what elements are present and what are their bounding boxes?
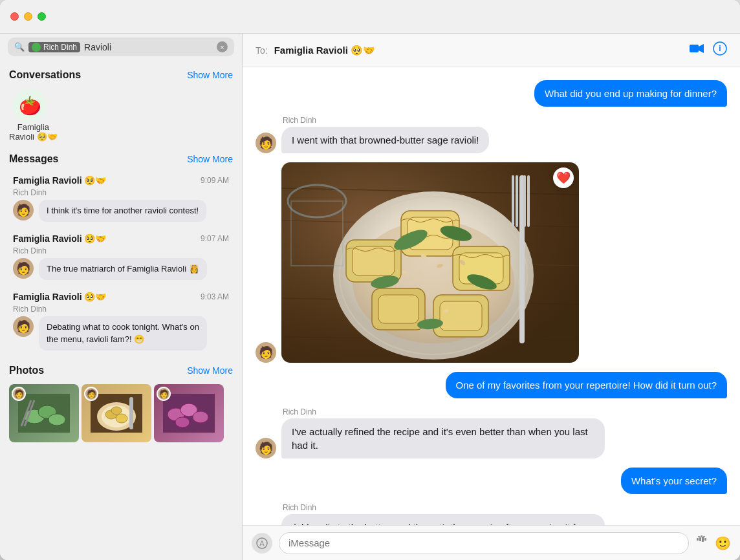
reaction-heart: ❤️ [553, 167, 574, 188]
msg-avatar-1: 🧑 [13, 258, 34, 279]
chat-header-to: To: [256, 45, 268, 56]
conversation-item-famiglia[interactable]: 🍅 Famiglia Ravioli 🥺🤝 [0, 85, 242, 145]
maximize-button[interactable] [38, 12, 46, 21]
traffic-lights [10, 12, 46, 21]
close-button[interactable] [10, 12, 19, 21]
photo-visual-0 [18, 394, 70, 433]
message-bubble-1: I went with that browned-butter sage rav… [281, 127, 489, 153]
svg-text:A: A [259, 539, 265, 547]
svg-point-16 [193, 411, 208, 423]
audio-icon [695, 535, 708, 548]
info-button[interactable]: i [713, 41, 727, 59]
search-bar[interactable]: 🔍 Rich Dinh Ravioli × [8, 38, 234, 56]
photos-header: Photos Show More [0, 357, 242, 380]
chat-avatar-4: 🧑 [256, 438, 276, 458]
chat-messages: What did you end up making for dinner? 🧑… [243, 67, 740, 525]
messages-show-more[interactable]: Show More [187, 154, 233, 164]
message-input[interactable] [279, 532, 689, 554]
chat-avatar-1: 🧑 [256, 133, 276, 153]
chat-message-image: 🧑 [256, 162, 727, 363]
chat-message-1: 🧑 Rich Dinh I went with that browned-but… [256, 116, 727, 153]
msg-item-sender-2: Rich Dinh [13, 305, 229, 314]
photo-thumb-0[interactable]: 🧑 [9, 384, 79, 442]
svg-rect-55 [527, 175, 530, 227]
bubble-wrap-4: Rich Dinh I've actually refined the reci… [281, 407, 605, 458]
msg-item-time-0: 9:09 AM [201, 176, 229, 185]
msg-item-group-1: Famiglia Ravioli 🥺🤝 [13, 233, 106, 244]
msg-avatar-0: 🧑 [13, 200, 34, 221]
sender-name-1: Rich Dinh [281, 116, 489, 125]
svg-rect-66 [704, 538, 706, 541]
photo-avatar-2: 🧑 [157, 387, 171, 401]
msg-item-header-1: Famiglia Ravioli 🥺🤝 9:07 AM [13, 233, 229, 244]
chat-message-5: What's your secret? [256, 468, 727, 494]
msg-bubble-1: The true matriarch of Famiglia Ravioli 👸 [39, 258, 207, 280]
msg-item-time-2: 9:03 AM [201, 292, 229, 301]
photo-thumb-1[interactable]: 🧑 [82, 384, 151, 442]
svg-point-11 [111, 407, 122, 415]
bubble-wrap-0: What did you end up making for dinner? [534, 80, 727, 107]
sender-name-6: Rich Dinh [281, 503, 605, 512]
main-area: 🔍 Rich Dinh Ravioli × Conversations Show… [0, 34, 740, 560]
chat-header-recipient: Famiglia Ravioli 🥺🤝 [274, 45, 375, 56]
chat-avatar-img: 🧑 [256, 342, 276, 363]
msg-item-sender-0: Rich Dinh [13, 188, 229, 197]
conv-name-famiglia: Famiglia Ravioli 🥺🤝 [9, 122, 58, 142]
msg-bubble-0: I think it's time for another ravioli co… [39, 200, 206, 222]
sidebar: 🔍 Rich Dinh Ravioli × Conversations Show… [0, 34, 243, 560]
message-bubble-3: One of my favorites from your repertoire… [446, 372, 728, 398]
svg-rect-65 [702, 537, 704, 542]
message-item-0[interactable]: Famiglia Ravioli 🥺🤝 9:09 AM Rich Dinh 🧑 … [4, 170, 238, 227]
sender-name-4: Rich Dinh [281, 407, 605, 416]
msg-item-sender-1: Rich Dinh [13, 246, 229, 255]
sidebar-content: Conversations Show More 🍅 Famiglia Ravio… [0, 61, 242, 560]
video-icon [690, 43, 704, 54]
photos-show-more[interactable]: Show More [187, 365, 233, 376]
svg-rect-53 [516, 175, 518, 227]
image-container: ❤️ [281, 162, 579, 363]
msg-item-time-1: 9:07 AM [201, 234, 229, 243]
audio-button[interactable] [695, 535, 708, 551]
chat-header-title-area: To: Famiglia Ravioli 🥺🤝 [256, 45, 375, 56]
ravioli-image[interactable] [281, 162, 579, 363]
apps-button[interactable]: A [252, 533, 272, 554]
msg-item-group-2: Famiglia Ravioli 🥺🤝 [13, 292, 106, 302]
chat-header-actions: i [690, 41, 727, 59]
chat-input-area: A 🙂 [243, 525, 740, 560]
photo-avatar-1: 🧑 [84, 387, 98, 401]
photos-title: Photos [9, 365, 44, 376]
svg-point-10 [116, 414, 127, 423]
message-bubble-5: What's your secret? [621, 468, 727, 494]
chat-header: To: Famiglia Ravioli 🥺🤝 i [243, 34, 740, 67]
svg-text:i: i [719, 44, 721, 53]
svg-rect-40 [440, 301, 482, 330]
svg-rect-64 [699, 537, 701, 541]
message-item-2[interactable]: Famiglia Ravioli 🥺🤝 9:03 AM Rich Dinh 🧑 … [4, 286, 238, 355]
msg-avatar-2: 🧑 [13, 316, 34, 337]
msg-item-header-0: Famiglia Ravioli 🥺🤝 9:09 AM [13, 175, 229, 186]
chat-message-4: 🧑 Rich Dinh I've actually refined the re… [256, 407, 727, 458]
chat-message-3: One of my favorites from your repertoire… [256, 372, 727, 398]
svg-rect-52 [512, 175, 514, 227]
msg-bubble-2: Debating what to cook tonight. What's on… [39, 316, 207, 350]
search-clear-button[interactable]: × [217, 41, 228, 52]
conv-avatar-famiglia: 🍅 [13, 89, 47, 122]
minimize-button[interactable] [24, 12, 32, 21]
message-bubble-4: I've actually refined the recipe and it'… [281, 418, 605, 458]
bubble-wrap-5: What's your secret? [621, 468, 727, 494]
conversations-show-more[interactable]: Show More [187, 70, 233, 80]
bubble-wrap-3: One of my favorites from your repertoire… [446, 372, 728, 398]
msg-item-body-1: 🧑 The true matriarch of Famiglia Ravioli… [13, 258, 229, 280]
photo-visual-2 [163, 394, 215, 433]
emoji-button[interactable]: 🙂 [715, 535, 731, 551]
chat-area: To: Famiglia Ravioli 🥺🤝 i [243, 34, 740, 560]
msg-item-body-0: 🧑 I think it's time for another ravioli … [13, 200, 229, 222]
photo-thumb-2[interactable]: 🧑 [154, 384, 224, 442]
svg-rect-63 [697, 538, 699, 541]
conversations-header: Conversations Show More [0, 61, 242, 85]
message-bubble-6: Add garlic to the butter, and then stir … [281, 514, 605, 525]
photos-grid: 🧑 [0, 380, 242, 446]
message-item-1[interactable]: Famiglia Ravioli 🥺🤝 9:07 AM Rich Dinh 🧑 … [4, 228, 238, 285]
search-icon: 🔍 [14, 42, 25, 52]
video-call-button[interactable] [690, 43, 704, 57]
